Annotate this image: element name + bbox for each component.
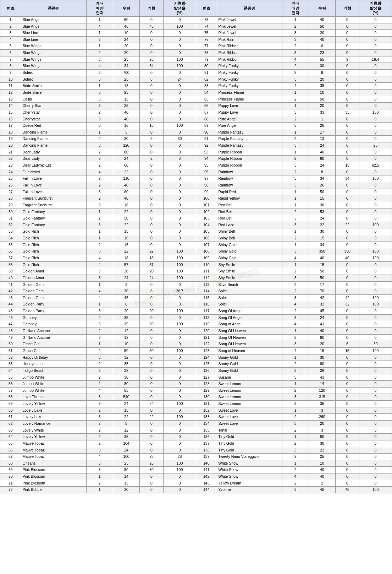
cell-type: 0 — [336, 235, 359, 242]
cell-type: 0 — [140, 30, 164, 37]
cell-type: 0 — [336, 480, 359, 487]
cell-rate: 100 — [163, 347, 196, 354]
table-body: 1 Blue Angel 1 60 0 0 73 Pink Jewel 1 40… — [0, 16, 392, 493]
cell-no: 101 — [196, 202, 217, 209]
cell-no: 47 — [0, 321, 21, 328]
cell-name: Song Of Heaven — [217, 328, 282, 335]
cell-no: 29 — [0, 202, 21, 209]
cell-type: 0 — [140, 162, 164, 169]
table-row: 43 Golden Gem 4 45 0 0 115 Soleil 3 42 4… — [0, 294, 392, 301]
cell-type: 0 — [336, 387, 359, 394]
cell-name: Shiny Gold — [217, 255, 282, 261]
cell-gen: 1 — [86, 235, 113, 242]
cell-gen: 2 — [86, 136, 113, 142]
cell-rate: 100 — [359, 109, 392, 116]
cell-type: 0 — [336, 321, 359, 328]
cell-rate: 0 — [359, 149, 392, 156]
cell-qty: 23 — [113, 89, 139, 96]
table-row: 5 Blue Wings 1 20 0 0 77 Pink Ribbon 2 6… — [0, 43, 392, 50]
cell-qty: 20 — [113, 50, 139, 56]
cell-rate: 0 — [163, 374, 196, 381]
cell-rate: 0 — [359, 63, 392, 70]
table-row: 20 Dancing Flame 3 120 0 0 92 Purple Fan… — [0, 142, 392, 149]
cell-gen: 2 — [282, 169, 309, 175]
cell-no: 23 — [0, 162, 21, 169]
cell-rate: 0 — [163, 36, 196, 43]
table-row: 53 Honeymoon 2 35 0 0 125 Sunny Gold 2 8… — [0, 361, 392, 368]
table-row: 4 Blue Line 3 24 0 0 76 Pink Rain 3 40 0… — [0, 36, 392, 43]
cell-qty: 41 — [309, 321, 335, 328]
cell-type: 0 — [140, 341, 164, 348]
cell-rate: 0 — [163, 361, 196, 368]
cell-name: Blue Wings — [21, 56, 86, 63]
cell-name: Lovely Yollow — [21, 434, 86, 440]
cell-rate: 0 — [359, 36, 392, 43]
cell-name: Song Of Angel — [217, 314, 282, 321]
cell-rate: 0 — [163, 334, 196, 341]
cell-name: Gompey — [21, 314, 86, 321]
table-row: 14 Cherry Star 3 25 0 0 86 Puppy Love 1 … — [0, 103, 392, 109]
cell-gen: 1 — [282, 129, 309, 136]
cell-no: 22 — [0, 156, 21, 162]
table-row: 45 Golden Party 3 20 20 100 117 Song Of … — [0, 308, 392, 315]
col-type-right: 기형 — [336, 0, 359, 17]
cell-type: 0 — [336, 228, 359, 235]
cell-gen: 1 — [86, 30, 113, 37]
cell-rate: 0 — [359, 440, 392, 447]
cell-name: Pinky Funky — [217, 76, 282, 83]
cell-gen: 2 — [86, 149, 113, 156]
cell-gen: 3 — [282, 294, 309, 301]
cell-qty: 34 — [309, 175, 335, 182]
cell-qty: 50 — [309, 23, 335, 30]
table-row: 47 Gompey 3 39 39 100 119 Song of Angel … — [0, 321, 392, 328]
cell-gen: 1 — [282, 228, 309, 235]
cell-gen: 3 — [86, 56, 113, 63]
cell-qty: 30 — [309, 202, 335, 209]
table-row: 3 Blue Line 1 10 0 0 75 Pink Jewel 3 20 … — [0, 30, 392, 37]
cell-name: Song of Angel — [217, 321, 282, 328]
cell-name: Golden Gem — [21, 288, 86, 295]
cell-gen: 1 — [282, 242, 309, 248]
cell-qty: 20 — [309, 341, 335, 348]
cell-rate: 0 — [359, 235, 392, 242]
cell-no: 87 — [196, 109, 217, 116]
col-no-left: 번호 — [0, 0, 21, 17]
cell-rate: 100 — [163, 467, 196, 473]
cell-name: Blue Line — [21, 36, 86, 43]
cell-type: 0 — [140, 407, 164, 414]
cell-no: 113 — [196, 281, 217, 288]
cell-qty: 15 — [113, 407, 139, 414]
cell-name: Gompey — [21, 321, 86, 328]
cell-gen: 2 — [86, 407, 113, 414]
cell-qty: 20 — [309, 103, 335, 109]
table-row: 72 Pink Bubble 1 30 0 0 144 Yvonne 3 45 … — [0, 487, 392, 493]
cell-no: 92 — [196, 142, 217, 149]
cell-no: 144 — [196, 487, 217, 493]
cell-qty: 15 — [113, 96, 139, 103]
cell-no: 32 — [0, 222, 21, 228]
cell-qty: 22 — [113, 209, 139, 215]
cell-rate: 0 — [359, 30, 392, 37]
cell-no: 122 — [196, 341, 217, 348]
cell-name: Blue Angel — [21, 23, 86, 30]
cell-gen: 1 — [282, 328, 309, 335]
cell-no: 51 — [0, 347, 21, 354]
cell-name: Gold Rich — [21, 242, 86, 248]
cell-gen: 3 — [86, 156, 113, 162]
cell-rate: 0 — [163, 447, 196, 454]
cell-rate: 100 — [163, 460, 196, 467]
cell-rate: 0 — [359, 70, 392, 76]
cell-gen: 3 — [282, 36, 309, 43]
cell-rate: 8 — [163, 156, 196, 162]
cell-qty: 35 — [113, 361, 139, 368]
cell-gen: 4 — [86, 63, 113, 70]
cell-rate: 0 — [163, 281, 196, 288]
cell-no: 50 — [0, 341, 21, 348]
cell-gen: 1 — [86, 487, 113, 493]
cell-type: 0 — [140, 427, 164, 434]
cell-gen: 3 — [282, 447, 309, 454]
cell-type: 0 — [140, 487, 164, 493]
cell-type: 0 — [336, 50, 359, 56]
cell-qty: 34 — [309, 242, 335, 248]
cell-gen: 2 — [86, 480, 113, 487]
